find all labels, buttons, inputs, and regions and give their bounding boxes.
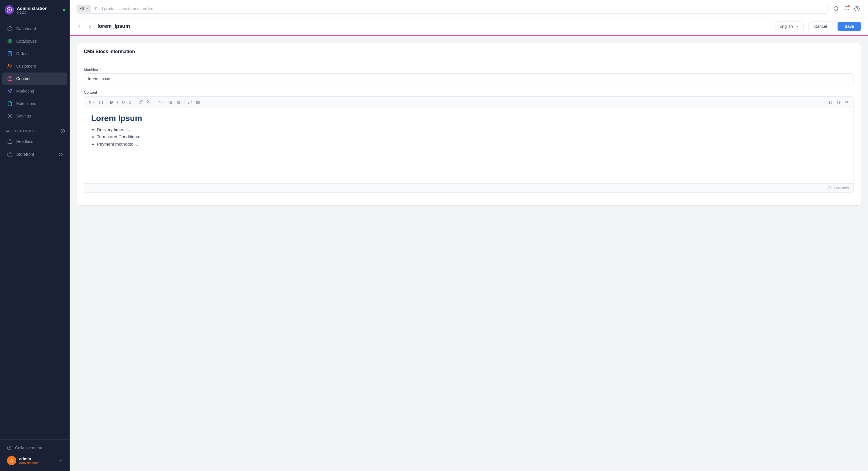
back-button[interactable]	[76, 23, 83, 29]
app-name: Administration	[17, 6, 48, 11]
list-item: Payment methods: ...	[97, 142, 846, 147]
undo-button[interactable]	[827, 99, 834, 105]
card-header: CMS Block information	[77, 43, 861, 60]
catalogue-icon	[7, 38, 13, 44]
sidebar-item-dashboard[interactable]: Dashboard	[2, 23, 67, 35]
sidebar-footer: Collapse menu A admin Administrator	[0, 439, 70, 471]
content-group: Content ¶ B I U S	[84, 90, 854, 193]
topbar: All	[70, 0, 868, 18]
toolbar-divider-3	[155, 99, 155, 105]
search-filter-button[interactable]: All	[77, 5, 91, 12]
sidebar-item-content[interactable]: Content	[2, 72, 67, 85]
collapse-menu-button[interactable]: Collapse menu	[2, 443, 67, 453]
align-button[interactable]: ≡	[157, 99, 166, 105]
table-button[interactable]	[194, 99, 202, 105]
svg-point-22	[169, 102, 169, 102]
sidebar-item-headless[interactable]: Headless	[2, 135, 67, 148]
superscript-button[interactable]: X2	[137, 98, 145, 106]
underline-button[interactable]: U	[120, 99, 126, 105]
breadcrumb-icon	[87, 23, 93, 29]
user-name: admin	[19, 457, 38, 461]
redo-button[interactable]	[835, 99, 842, 105]
sidebar-item-extensions[interactable]: Extensions	[2, 97, 67, 109]
page-header: lorem_ipsum English Cancel Save	[70, 18, 868, 36]
sidebar-item-label: Storefront	[16, 152, 34, 157]
svg-point-15	[834, 7, 838, 10]
rich-text-editor: ¶ B I U S X2 X2	[84, 96, 854, 193]
sidebar-item-customers[interactable]: Customers	[2, 60, 67, 72]
sales-channels-section: Sales Channels	[0, 125, 70, 135]
unordered-list-button[interactable]	[167, 99, 174, 105]
editor-toolbar: ¶ B I U S X2 X2	[84, 97, 854, 108]
add-sales-channel-button[interactable]	[60, 129, 65, 133]
content-area: CMS Block information Identifier * Conte…	[70, 36, 868, 471]
sidebar-item-label: Orders	[16, 51, 29, 56]
subscript-button[interactable]: X2	[145, 98, 153, 106]
sidebar-item-storefront[interactable]: Storefront	[2, 148, 67, 160]
topbar-icons	[832, 4, 861, 13]
sidebar-item-catalogues[interactable]: Catalogues	[2, 35, 67, 47]
sidebar-item-settings[interactable]: Settings	[2, 110, 67, 122]
page-title: lorem_ipsum	[97, 23, 771, 29]
expand-button[interactable]	[97, 99, 105, 105]
toolbar-divider	[106, 99, 107, 105]
editor-body[interactable]: Lorem Ipsum Delivery times: ... Terms an…	[84, 108, 854, 183]
editor-list: Delivery times: ... Terms and Conditions…	[91, 127, 846, 147]
app-version: 6.6.2.0	[17, 11, 48, 14]
dashboard-icon	[7, 26, 13, 32]
save-button[interactable]: Save	[838, 22, 861, 31]
svg-rect-11	[8, 141, 12, 144]
sidebar-item-label: Settings	[16, 114, 31, 118]
paragraph-button[interactable]: ¶	[87, 99, 97, 105]
sidebar-item-label: Customers	[16, 64, 36, 68]
sidebar-item-label: Dashboard	[16, 26, 36, 31]
storefront-icon	[7, 151, 13, 157]
editor-footer: 78 characters	[84, 183, 854, 192]
sidebar-item-orders[interactable]: Orders	[2, 48, 67, 60]
svg-point-13	[60, 154, 61, 155]
strikethrough-button[interactable]: S	[127, 99, 133, 105]
svg-rect-27	[197, 101, 200, 104]
orders-icon	[7, 51, 13, 57]
svg-rect-3	[10, 39, 12, 41]
search-icon-button[interactable]	[832, 4, 840, 13]
search-input[interactable]	[91, 4, 828, 13]
sidebar-item-marketing[interactable]: Marketing	[2, 85, 67, 97]
italic-button[interactable]: I	[115, 99, 120, 105]
sidebar-header: Administration 6.6.2.0	[0, 0, 70, 20]
sidebar-item-label: Content	[16, 76, 30, 81]
svg-rect-17	[99, 101, 102, 104]
sidebar-item-label: Marketing	[16, 89, 34, 93]
editor-heading: Lorem Ipsum	[91, 114, 846, 123]
search-bar: All	[76, 4, 829, 13]
svg-rect-4	[8, 42, 9, 43]
notifications-button[interactable]	[842, 4, 850, 13]
marketing-icon	[7, 88, 13, 94]
sidebar-item-label: Catalogues	[16, 39, 37, 43]
sidebar-item-label: Extensions	[16, 101, 36, 106]
svg-rect-5	[10, 42, 12, 43]
svg-point-23	[169, 103, 169, 103]
bold-button[interactable]: B	[108, 99, 115, 105]
extensions-icon	[7, 101, 13, 106]
help-button[interactable]	[853, 4, 861, 13]
storefront-visibility-icon	[59, 152, 63, 157]
source-button[interactable]: <>	[843, 99, 850, 105]
svg-rect-12	[8, 153, 12, 156]
identifier-input[interactable]	[84, 73, 854, 85]
svg-rect-2	[8, 39, 9, 41]
language-selector[interactable]: English	[775, 22, 804, 31]
cancel-button[interactable]: Cancel	[808, 22, 833, 31]
user-chevron-icon	[59, 458, 63, 463]
notification-badge	[848, 5, 850, 7]
link-button[interactable]	[186, 99, 194, 105]
cms-block-card: CMS Block information Identifier * Conte…	[76, 43, 861, 206]
headless-icon	[7, 138, 13, 145]
identifier-group: Identifier *	[84, 67, 854, 85]
ordered-list-button[interactable]	[175, 99, 183, 105]
app-logo	[5, 5, 14, 14]
nav-list: Dashboard Catalogues Orders Customers	[0, 20, 70, 125]
user-profile-row[interactable]: A admin Administrator	[2, 453, 67, 468]
toolbar-divider-4	[184, 99, 185, 105]
sidebar: Administration 6.6.2.0 Dashboard Catalog…	[0, 0, 70, 471]
